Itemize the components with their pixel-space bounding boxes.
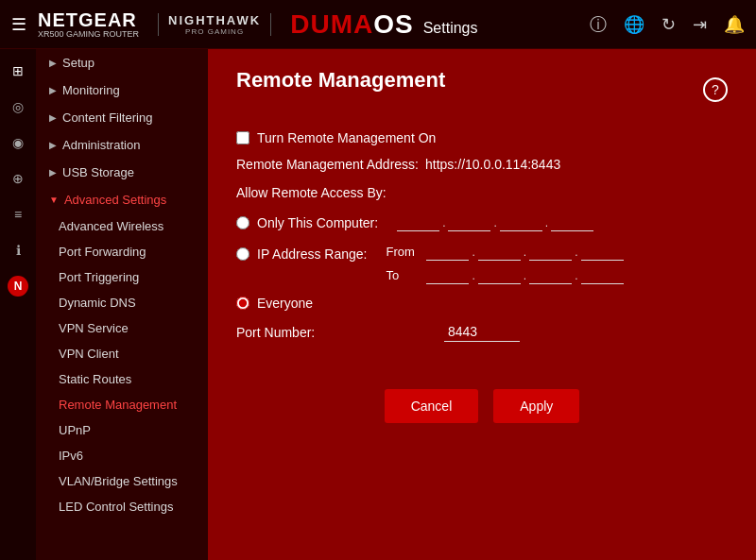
nighthawk-logo: NIGHTHAWK PRO GAMING <box>158 13 271 36</box>
globe-icon[interactable]: 🌐 <box>624 14 644 35</box>
ip-range-radio[interactable] <box>236 247 249 261</box>
sidebar-icon-rail: ⊞ ◎ ◉ ⊕ ≡ ℹ N <box>0 49 36 560</box>
cancel-button[interactable]: Cancel <box>385 389 479 423</box>
only-ip-field-2[interactable] <box>448 213 490 231</box>
sidebar-item-advanced-settings[interactable]: ▼ Advanced Settings <box>36 186 208 213</box>
refresh-icon[interactable]: ↻ <box>662 14 676 35</box>
apply-button[interactable]: Apply <box>493 389 579 423</box>
sidebar-item-ipv6[interactable]: IPv6 <box>36 443 208 468</box>
duma-logo: DUMAOS <box>290 9 413 40</box>
header: ☰ NETGEAR XR500 GAMING ROUTER NIGHTHAWK … <box>0 0 756 49</box>
everyone-radio[interactable] <box>236 297 249 310</box>
only-ip-field-4[interactable] <box>551 213 593 231</box>
turn-on-checkbox[interactable] <box>236 131 249 144</box>
sidebar-item-setup[interactable]: ▶ Setup <box>36 49 208 76</box>
from-ip-field-2[interactable] <box>478 243 521 261</box>
nav-icon-filter[interactable]: ◉ <box>4 128 32 157</box>
page-title: Remote Management <box>236 68 445 93</box>
ip-group-1: . . . <box>397 213 593 231</box>
layout: ⊞ ◎ ◉ ⊕ ≡ ℹ N ▶ Setup ▶ Monitoring ▶ Con… <box>0 49 756 560</box>
router-model: XR500 GAMING ROUTER <box>38 29 139 39</box>
from-range-line: From . . . <box>386 243 623 261</box>
from-label: From <box>386 245 419 259</box>
ip-range-label: IP Address Range: <box>257 246 367 262</box>
header-actions: ⓘ 🌐 ↻ ⇥ 🔔 <box>590 13 745 36</box>
sidebar-item-port-triggering[interactable]: Port Triggering <box>36 264 208 290</box>
only-this-computer-label: Only This Computer: <box>257 215 378 230</box>
sidebar-item-dynamic-dns[interactable]: Dynamic DNS <box>36 290 208 315</box>
settings-label: Settings <box>423 20 478 37</box>
sidebar-item-led-control[interactable]: LED Control Settings <box>36 494 208 519</box>
nav-icon-dashboard[interactable]: ⊞ <box>4 57 32 85</box>
sidebar-item-remote-management[interactable]: Remote Management <box>36 392 208 417</box>
remote-address-label: Remote Management Address: <box>236 157 425 172</box>
sidebar-item-usb-storage[interactable]: ▶ USB Storage <box>36 159 208 186</box>
menu-icon[interactable]: ☰ <box>11 14 26 35</box>
signout-icon[interactable]: ⇥ <box>693 14 707 35</box>
nav-icon-network[interactable]: ⊕ <box>4 164 32 193</box>
everyone-row: Everyone <box>236 296 728 311</box>
to-ip-field-2[interactable] <box>478 266 521 284</box>
arrow-icon: ▶ <box>49 112 57 123</box>
from-ip-group: . . . <box>426 243 623 261</box>
main-content: Remote Management ? Turn Remote Manageme… <box>208 49 756 560</box>
arrow-icon: ▶ <box>49 58 57 68</box>
everyone-label: Everyone <box>257 296 313 311</box>
form-section: Turn Remote Management On Remote Managem… <box>236 130 728 342</box>
allow-access-label: Allow Remote Access By: <box>236 185 425 200</box>
arrow-icon: ▼ <box>49 195 59 205</box>
sidebar-nav: ▶ Setup ▶ Monitoring ▶ Content Filtering… <box>36 49 208 560</box>
sidebar-item-vpn-client[interactable]: VPN Client <box>36 341 208 366</box>
sidebar-item-content-filtering[interactable]: ▶ Content Filtering <box>36 104 208 131</box>
sidebar-item-upnp[interactable]: UPnP <box>36 417 208 443</box>
sidebar-item-vpn-service[interactable]: VPN Service <box>36 315 208 341</box>
nav-icon-list[interactable]: ≡ <box>4 200 32 229</box>
to-ip-field-3[interactable] <box>529 266 572 284</box>
only-this-computer-row: Only This Computer: <box>236 215 378 230</box>
button-row: Cancel Apply <box>236 370 728 423</box>
arrow-icon: ▶ <box>49 85 57 95</box>
allow-access-row: Allow Remote Access By: <box>236 185 728 200</box>
info-icon[interactable]: ⓘ <box>590 13 607 36</box>
sidebar-item-static-routes[interactable]: Static Routes <box>36 366 208 392</box>
sidebar: ⊞ ◎ ◉ ⊕ ≡ ℹ N ▶ Setup ▶ Monitoring ▶ Con… <box>0 49 208 560</box>
brand-logo: NETGEAR XR500 GAMING ROUTER <box>38 9 139 39</box>
nav-icon-n[interactable]: N <box>4 272 32 300</box>
sidebar-item-advanced-wireless[interactable]: Advanced Wireless <box>36 213 208 239</box>
ip-range-row: IP Address Range: <box>236 246 367 262</box>
sidebar-item-port-forwarding[interactable]: Port Forwarding <box>36 239 208 264</box>
sidebar-item-administration[interactable]: ▶ Administration <box>36 131 208 159</box>
arrow-icon: ▶ <box>49 140 57 150</box>
help-icon[interactable]: ? <box>703 77 728 102</box>
from-ip-field-4[interactable] <box>581 243 624 261</box>
only-ip-field-3[interactable] <box>500 213 542 231</box>
only-ip-field-1[interactable] <box>397 213 439 231</box>
remote-address-row: Remote Management Address: https://10.0.… <box>236 157 728 172</box>
netgear-name: NETGEAR <box>38 9 137 30</box>
sidebar-item-vlan-bridge[interactable]: VLAN/Bridge Settings <box>36 468 208 494</box>
turn-on-row: Turn Remote Management On <box>236 130 728 145</box>
port-number-input[interactable] <box>444 322 520 342</box>
only-this-ip-inputs: . . . <box>397 213 593 231</box>
arrow-icon: ▶ <box>49 167 57 178</box>
ip-range-fields: From . . . To <box>386 243 623 284</box>
to-ip-field-4[interactable] <box>581 266 624 284</box>
remote-address-value: https://10.0.0.114:8443 <box>425 157 560 172</box>
to-ip-group: . . . <box>426 266 623 284</box>
to-range-line: To . . . <box>386 266 623 284</box>
bell-icon[interactable]: 🔔 <box>724 14 745 35</box>
nav-icon-monitor[interactable]: ◎ <box>4 93 32 121</box>
to-ip-field-1[interactable] <box>426 266 469 284</box>
nav-icon-info[interactable]: ℹ <box>4 236 32 264</box>
from-ip-field-3[interactable] <box>529 243 572 261</box>
from-ip-field-1[interactable] <box>426 243 469 261</box>
turn-on-label: Turn Remote Management On <box>257 130 436 145</box>
n-badge: N <box>8 276 28 297</box>
port-number-label: Port Number: <box>236 325 425 340</box>
sidebar-item-monitoring[interactable]: ▶ Monitoring <box>36 76 208 104</box>
to-label: To <box>386 268 419 282</box>
only-this-computer-radio[interactable] <box>236 216 249 229</box>
